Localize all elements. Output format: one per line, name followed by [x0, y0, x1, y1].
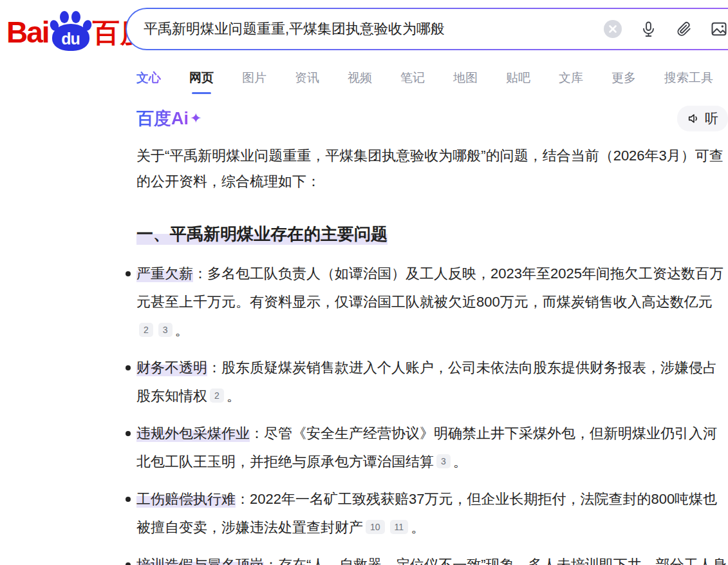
citation-group: 1011 — [363, 519, 411, 535]
issue-keyword: 严重欠薪 — [136, 265, 193, 282]
paw-toe-icon — [71, 11, 80, 23]
citation-group: 23 — [136, 322, 175, 338]
issue-list-item: 违规外包采煤作业：尽管《安全生产经营协议》明确禁止井下采煤外包，但新明煤业仍引入… — [136, 419, 728, 476]
sparkle-icon: ✦ — [190, 110, 201, 127]
issue-keyword: 违规外包采煤作业 — [136, 425, 250, 442]
issue-text: ：多名包工队负责人（如谭治国）及工人反映，2023年至2025年间拖欠工资达数百… — [136, 265, 723, 310]
search-tab[interactable]: 资讯 — [295, 64, 319, 95]
issue-suffix: 。 — [453, 454, 467, 470]
issue-suffix: 。 — [411, 519, 425, 535]
page-header: Bai du 百度 — [0, 0, 728, 61]
issue-suffix: 。 — [175, 322, 189, 338]
search-tab[interactable]: 文库 — [559, 64, 583, 95]
issue-suffix: 。 — [227, 388, 241, 404]
search-input[interactable] — [127, 21, 462, 37]
search-tab[interactable]: 地图 — [453, 64, 478, 95]
answer-intro: 关于“平禹新明煤业问题重重，平煤集团执意验收为哪般”的问题，结合当前（2026年… — [136, 143, 728, 195]
ai-brand-text: 百度Ai — [136, 107, 189, 130]
citation-badge[interactable]: 11 — [390, 520, 409, 534]
issue-list-item: 严重欠薪：多名包工队负责人（如谭治国）及工人反映，2023年至2025年间拖欠工… — [136, 260, 728, 345]
citation-badge[interactable]: 3 — [158, 323, 173, 337]
search-tab[interactable]: 贴吧 — [506, 64, 530, 95]
citation-badge[interactable]: 2 — [210, 388, 224, 403]
attachment-icon[interactable] — [674, 19, 693, 39]
search-tabs: 文心网页图片资讯视频笔记地图贴吧文库更多搜索工具 — [136, 64, 728, 95]
paw-toe-icon — [60, 11, 69, 23]
citation-badge[interactable]: 2 — [139, 323, 153, 337]
issue-keyword: 财务不透明 — [136, 359, 207, 376]
logo-text-du: du — [61, 27, 80, 48]
search-box-inner — [127, 9, 728, 49]
search-tab[interactable]: 笔记 — [400, 64, 425, 95]
search-tab[interactable]: 搜索工具 — [664, 64, 713, 95]
speaker-icon — [687, 111, 701, 126]
ai-answer-header: 百度Ai ✦ 听 — [136, 106, 728, 131]
section-title-text: 一、平禹新明煤业存在的主要问题 — [136, 224, 387, 245]
citation-group: 2 — [207, 388, 227, 404]
search-tab[interactable]: 图片 — [242, 64, 266, 95]
listen-button[interactable]: 听 — [677, 106, 728, 131]
logo-text-bai: Bai — [6, 13, 49, 52]
voice-search-icon[interactable] — [639, 19, 658, 39]
search-tab[interactable]: 文心 — [136, 64, 161, 95]
baidu-ai-logo[interactable]: 百度Ai ✦ — [136, 107, 201, 130]
section-title: 一、平禹新明煤业存在的主要问题 — [136, 223, 728, 245]
search-icons — [603, 9, 728, 49]
issue-keyword: 培训造假与冒名顶岗 — [136, 557, 264, 565]
paw-pad-icon: du — [52, 24, 89, 51]
issue-list-item: 工伤赔偿执行难：2022年一名矿工致残获赔37万元，但企业长期拒付，法院查封的8… — [136, 485, 728, 542]
ai-answer-panel: 百度Ai ✦ 听 关于“平禹新明煤业问题重重，平煤集团执意验收为哪般”的问题，结… — [0, 106, 728, 565]
issue-list-item: 财务不透明：股东质疑煤炭销售款进入个人账户，公司未依法向股东提供财务报表，涉嫌侵… — [136, 354, 728, 410]
search-box — [126, 8, 728, 50]
image-search-icon[interactable] — [709, 19, 728, 39]
search-tab[interactable]: 视频 — [348, 64, 372, 95]
issue-list-item: 培训造假与冒名顶岗：存在“人、自救器、定位仪不一致”现象，多人未培训即下井，部分… — [136, 551, 728, 565]
baidu-paw-icon: du — [50, 10, 92, 52]
citation-group: 3 — [434, 454, 453, 470]
issue-keyword: 工伤赔偿执行难 — [136, 491, 236, 508]
citation-badge[interactable]: 10 — [366, 520, 385, 534]
citation-badge[interactable]: 3 — [436, 454, 451, 468]
issue-list: 严重欠薪：多名包工队负责人（如谭治国）及工人反映，2023年至2025年间拖欠工… — [136, 260, 728, 565]
listen-label: 听 — [705, 110, 718, 128]
clear-search-icon[interactable] — [603, 19, 622, 39]
search-tab[interactable]: 更多 — [611, 64, 636, 95]
search-tab[interactable]: 网页 — [189, 64, 214, 95]
